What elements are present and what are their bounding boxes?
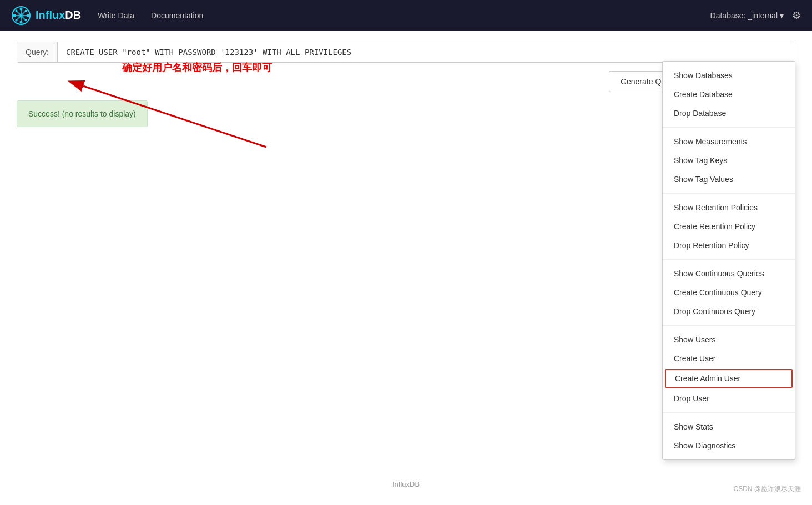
dropdown-item-show-measurements[interactable]: Show Measurements (663, 132, 795, 151)
svg-point-13 (18, 13, 24, 18)
nav-write-data[interactable]: Write Data (98, 11, 134, 20)
dropdown-group-stats: Show Stats Show Diagnostics (663, 413, 795, 459)
annotation-text: 确定好用户名和密码后，回车即可 (122, 61, 272, 74)
query-templates-dropdown: Show Databases Create Database Drop Data… (662, 61, 795, 460)
dropdown-item-drop-database[interactable]: Drop Database (663, 104, 795, 123)
main-content: Query: Generate Query URL Query Template… (0, 31, 812, 505)
navbar-right: Database: _internal ▾ ⚙ (710, 9, 801, 22)
database-caret-icon: ▾ (780, 11, 784, 20)
query-input[interactable] (58, 42, 795, 62)
dropdown-item-create-user[interactable]: Create User (663, 349, 795, 368)
nav-documentation[interactable]: Documentation (151, 11, 203, 20)
dropdown-item-create-continuous-query[interactable]: Create Continuous Query (663, 283, 795, 302)
dropdown-item-drop-retention-policy[interactable]: Drop Retention Policy (663, 236, 795, 255)
navbar: InfluxDB Write Data Documentation Databa… (0, 0, 812, 31)
dropdown-item-show-retention-policies[interactable]: Show Retention Policies (663, 198, 795, 217)
dropdown-item-show-tag-values[interactable]: Show Tag Values (663, 170, 795, 189)
influxdb-logo-icon (11, 6, 31, 26)
dropdown-group-users: Show Users Create User Create Admin User… (663, 326, 795, 413)
database-selector[interactable]: Database: _internal ▾ (710, 11, 784, 20)
dropdown-item-show-continuous-queries[interactable]: Show Continuous Queries (663, 264, 795, 283)
dropdown-item-show-users[interactable]: Show Users (663, 330, 795, 349)
query-bar: Query: (17, 42, 795, 63)
dropdown-item-show-diagnostics[interactable]: Show Diagnostics (663, 436, 795, 455)
dropdown-item-drop-user[interactable]: Drop User (663, 389, 795, 408)
dropdown-group-measurements: Show Measurements Show Tag Keys Show Tag… (663, 128, 795, 194)
logo[interactable]: InfluxDB (11, 6, 81, 26)
influxdb-footer: InfluxDB (392, 480, 420, 488)
dropdown-item-show-tag-keys[interactable]: Show Tag Keys (663, 151, 795, 170)
navbar-left: InfluxDB Write Data Documentation (11, 6, 203, 26)
dropdown-item-show-stats[interactable]: Show Stats (663, 417, 795, 436)
dropdown-item-show-databases[interactable]: Show Databases (663, 66, 795, 85)
watermark: CSDN @愿许浪尽天涯 (733, 484, 801, 494)
success-message: Success! (no results to display) (17, 100, 148, 127)
database-label: Database: _internal (710, 11, 778, 20)
logo-text: InfluxDB (36, 9, 81, 22)
dropdown-item-create-database[interactable]: Create Database (663, 85, 795, 104)
dropdown-group-continuous-queries: Show Continuous Queries Create Continuou… (663, 260, 795, 326)
dropdown-group-databases: Show Databases Create Database Drop Data… (663, 62, 795, 128)
dropdown-group-retention: Show Retention Policies Create Retention… (663, 194, 795, 260)
dropdown-item-create-retention-policy[interactable]: Create Retention Policy (663, 217, 795, 236)
dropdown-item-create-admin-user[interactable]: Create Admin User (665, 369, 793, 388)
dropdown-item-drop-continuous-query[interactable]: Drop Continuous Query (663, 302, 795, 321)
gear-icon[interactable]: ⚙ (792, 9, 801, 22)
query-label: Query: (17, 42, 58, 62)
